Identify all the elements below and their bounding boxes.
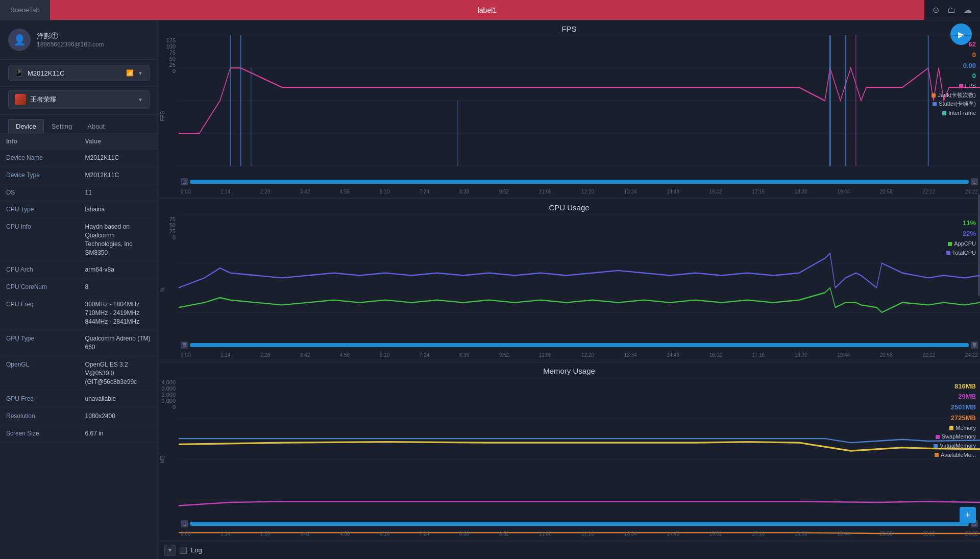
- tab-setting[interactable]: Setting: [44, 119, 80, 133]
- info-value: unavailable: [79, 391, 158, 407]
- fps-scrollbar-right[interactable]: ≡: [971, 178, 978, 185]
- info-value: OpenGL ES 3.2 V@0530.0 (GIT@56c8b3e99c: [79, 356, 158, 390]
- cpu-scrollbar[interactable]: ≡ ≡: [179, 339, 980, 351]
- label1-tab[interactable]: label1: [50, 0, 924, 20]
- game-select-button[interactable]: 王者荣耀 ▼: [8, 90, 150, 109]
- user-info: 洋彭① 18865662396@163.com: [37, 32, 104, 48]
- memory-x-axis: 0:00 1:14 2:28 3:42 4:56 6:10 7:24 8:38 …: [179, 531, 980, 537]
- info-value: M2012K11C: [79, 167, 158, 184]
- memory-y-axis: 4,000 3,000 2,000 1,000 0: [158, 377, 179, 420]
- fps-dot: [959, 84, 963, 88]
- memory-chart-title: Memory Usage: [158, 367, 980, 375]
- folder-icon[interactable]: 🗀: [947, 6, 955, 15]
- fps-jank-value: 0: [932, 50, 976, 61]
- cpu-scrollbar-left[interactable]: ≡: [181, 342, 188, 349]
- memory-canvas: 0:00 1:14 2:28 3:42 4:56 6:10 7:24 8:38 …: [179, 377, 980, 541]
- fps-chart-area: FPS 125 100 75 50 25 0: [158, 35, 980, 199]
- fps-scrollbar-left[interactable]: ≡: [181, 178, 188, 185]
- info-key: CPU CoreNum: [0, 279, 79, 296]
- tab-bar: Device Setting About: [0, 115, 158, 134]
- cpu-y-axis-container: % 75 50 25 0: [158, 214, 179, 361]
- info-row: GPU Type Qualcomm Adreno (TM) 660: [0, 330, 158, 356]
- game-icon: [15, 94, 26, 105]
- info-row: CPU Freq 300MHz - 1804MHz 710MHz - 2419M…: [0, 296, 158, 330]
- log-checkbox[interactable]: [180, 547, 187, 554]
- right-panel: FPS ▶ FPS 125 100 75 50 25 0: [158, 20, 980, 559]
- device-chevron-icon: ▼: [138, 70, 143, 76]
- device-selector: 📱 M2012K11C 📶 ▼: [0, 60, 158, 87]
- fps-value: 62: [932, 39, 976, 50]
- fps-legend-interframe: InterFrame: [932, 109, 976, 118]
- add-button[interactable]: +: [960, 507, 976, 523]
- fps-y-axis-container: FPS 125 100 75 50 25 0: [158, 35, 179, 199]
- info-row: CPU Arch arm64-v8a: [0, 261, 158, 279]
- memory-value: 816MB: [934, 381, 976, 392]
- stutter-dot: [933, 102, 937, 106]
- memory-legend-available: AvailableMe...: [934, 451, 976, 460]
- available-value: 2725MB: [934, 413, 976, 424]
- fps-legend-jank: Jank(卡顿次数): [932, 91, 976, 100]
- device-select-button[interactable]: 📱 M2012K11C 📶 ▼: [8, 65, 150, 81]
- cpu-app-value: 11%: [946, 218, 976, 229]
- info-key: CPU Info: [0, 218, 79, 261]
- cloud-icon[interactable]: ☁: [964, 5, 972, 15]
- game-selector: 王者荣耀 ▼: [0, 87, 158, 115]
- info-key: CPU Type: [0, 201, 79, 218]
- cpu-scrollbar-track[interactable]: [190, 343, 969, 347]
- fps-scrollbar-track[interactable]: [190, 180, 969, 184]
- info-row: Resolution 1080x2400: [0, 408, 158, 425]
- memory-scrollbar-track[interactable]: [190, 522, 969, 526]
- info-value: 300MHz - 1804MHz 710MHz - 2419MHz 844MHz…: [79, 296, 158, 330]
- fps-interframe-value: 0: [932, 71, 976, 82]
- bottom-bar: ▼ Log: [158, 541, 980, 559]
- tab-device[interactable]: Device: [8, 119, 44, 133]
- tab-about[interactable]: About: [80, 119, 112, 133]
- info-key: OpenGL: [0, 356, 79, 390]
- info-row: OpenGL OpenGL ES 3.2 V@0530.0 (GIT@56c8b…: [0, 356, 158, 391]
- fps-x-axis: 0:00 1:14 2:28 3:42 4:56 6:10 7:24 8:38 …: [179, 189, 980, 195]
- app-cpu-dot: [948, 242, 952, 246]
- cpu-legend: 11% 22% AppCPU TotalCPU: [946, 218, 976, 257]
- down-arrow-button[interactable]: ▼: [164, 545, 176, 556]
- wifi-icon: 📶: [126, 69, 134, 77]
- info-key: OS: [0, 184, 79, 201]
- log-label: Log: [191, 546, 202, 554]
- scene-tab[interactable]: SceneTab: [0, 0, 50, 20]
- memory-y-axis-container: MB 4,000 3,000 2,000 1,000 0: [158, 377, 179, 541]
- info-row: CPU Type lahaina: [0, 201, 158, 218]
- info-value: arm64-v8a: [79, 261, 158, 278]
- fps-stutter-value: 0.00: [932, 61, 976, 71]
- memory-dot: [949, 426, 953, 430]
- swap-value: 29MB: [934, 392, 976, 402]
- user-name: 洋彭①: [37, 32, 104, 41]
- top-icons: ⊙ 🗀 ☁: [924, 5, 980, 15]
- info-row: CPU Info Haydn based on Qualcomm Technol…: [0, 218, 158, 261]
- info-value: M2012K11C: [79, 150, 158, 166]
- memory-scrollbar-left[interactable]: ≡: [181, 520, 188, 527]
- info-row: Device Type M2012K11C: [0, 167, 158, 184]
- fps-chart-section: FPS ▶ FPS 125 100 75 50 25 0: [158, 20, 980, 199]
- info-row: OS 11: [0, 184, 158, 202]
- cpu-legend-app: AppCPU: [946, 239, 976, 249]
- user-email: 18865662396@163.com: [37, 41, 104, 48]
- info-key: CPU Arch: [0, 261, 79, 278]
- top-bar: SceneTab label1 ⊙ 🗀 ☁: [0, 0, 980, 20]
- fps-y-axis: 125 100 75 50 25 0: [158, 35, 179, 84]
- cpu-scrollbar-right[interactable]: ≡: [971, 342, 978, 349]
- device-android-icon: 📱: [15, 69, 23, 77]
- fps-scrollbar[interactable]: ≡ ≡: [179, 176, 980, 187]
- info-key: Screen Size: [0, 425, 79, 442]
- memory-svg: [179, 377, 980, 541]
- fps-chart-title: FPS: [158, 25, 980, 33]
- cpu-chart-title: CPU Usage: [158, 203, 980, 212]
- memory-scrollbar[interactable]: ≡ ≡: [179, 518, 980, 529]
- cpu-x-axis: 0:00 1:14 2:28 3:42 4:56 6:10 7:24 8:38 …: [179, 352, 980, 358]
- user-section: 👤 洋彭① 18865662396@163.com: [0, 20, 158, 60]
- info-row: Screen Size 6.67 in: [0, 425, 158, 443]
- info-row: GPU Freq unavailable: [0, 391, 158, 408]
- cpu-chart-section: CPU Usage % 75 50 25 0: [158, 199, 980, 362]
- virtual-dot: [934, 444, 938, 448]
- jank-dot: [932, 93, 936, 98]
- info-key: Device Name: [0, 150, 79, 166]
- location-icon[interactable]: ⊙: [933, 5, 939, 15]
